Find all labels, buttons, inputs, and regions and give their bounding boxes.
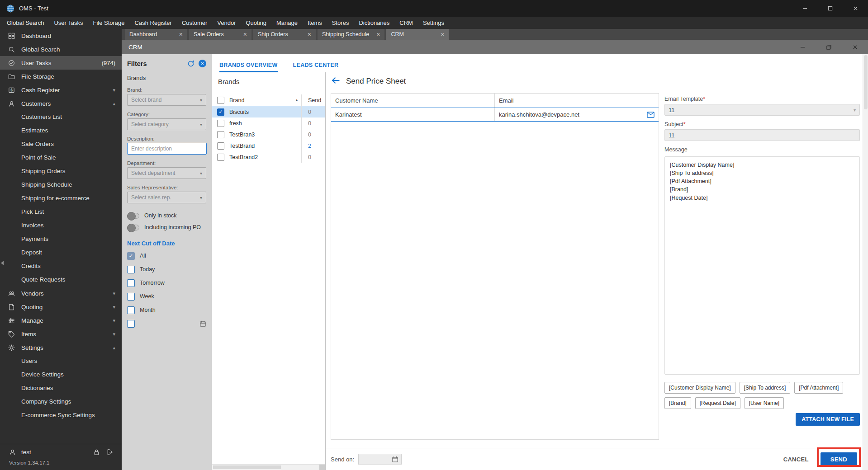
email-icon[interactable] xyxy=(647,112,655,118)
token-pdf-attachment[interactable]: [Pdf Attachment] xyxy=(794,382,843,394)
select-all-checkbox[interactable] xyxy=(217,97,224,104)
restore-icon[interactable] xyxy=(816,40,842,54)
menu-vendor[interactable]: Vendor xyxy=(212,17,241,29)
sidebar-item-vendors[interactable]: Vendors xyxy=(0,287,122,300)
sidebar-item-deposit[interactable]: Deposit xyxy=(0,246,122,259)
sidebar-item-payments[interactable]: Payments xyxy=(0,232,122,246)
sidebar-item-customers-list[interactable]: Customers List xyxy=(0,110,122,124)
logout-icon[interactable] xyxy=(107,449,114,456)
sidebar-item-shipping-schedule[interactable]: Shipping Schedule xyxy=(0,178,122,192)
checkbox-icon[interactable] xyxy=(217,142,224,150)
cutoff-option-month[interactable]: Month xyxy=(127,306,206,315)
token-customer-display-name[interactable]: [Customer Display Name] xyxy=(664,382,735,394)
tab-dashboard[interactable]: Dashboard xyxy=(125,29,187,40)
tab-close-icon[interactable] xyxy=(308,31,311,38)
sort-ascending-icon[interactable] xyxy=(295,98,299,102)
token-brand[interactable]: [Brand] xyxy=(664,397,691,409)
back-arrow-icon[interactable] xyxy=(331,76,340,87)
checkbox-icon[interactable] xyxy=(217,154,224,161)
sidebar-item-sale-orders[interactable]: Sale Orders xyxy=(0,137,122,151)
sidebar-item-device-settings[interactable]: Device Settings xyxy=(0,368,122,381)
brand-row-biscuits[interactable]: Biscuits 0 xyxy=(212,106,325,118)
menu-settings[interactable]: Settings xyxy=(418,17,449,29)
cutoff-option-today[interactable]: Today xyxy=(127,265,206,274)
message-textarea[interactable]: [Customer Display Name] [Ship To address… xyxy=(664,156,860,375)
sidebar-item-company-settings[interactable]: Company Settings xyxy=(0,395,122,409)
sidebar-item-users[interactable]: Users xyxy=(0,354,122,368)
checkbox-icon[interactable] xyxy=(217,120,224,127)
menu-cash-register[interactable]: Cash Register xyxy=(130,17,177,29)
cutoff-option-week[interactable]: Week xyxy=(127,292,206,301)
menu-manage[interactable]: Manage xyxy=(271,17,303,29)
department-select[interactable]: Select department xyxy=(127,167,206,179)
close-icon[interactable] xyxy=(842,40,868,54)
column-header-email[interactable]: Email xyxy=(495,94,659,108)
token-request-date[interactable]: [Request Date] xyxy=(695,397,740,409)
sidebar-item-invoices[interactable]: Invoices xyxy=(0,219,122,232)
sidebar-item-shipping-orders[interactable]: Shipping Orders xyxy=(0,164,122,178)
cutoff-option-all[interactable]: All xyxy=(127,251,206,260)
token-user-name[interactable]: [User Name] xyxy=(745,397,784,409)
scrollbar-thumb[interactable] xyxy=(864,55,868,109)
calendar-icon[interactable] xyxy=(199,320,206,327)
sidebar-item-credits[interactable]: Credits xyxy=(0,259,122,273)
cutoff-option-tomorrow[interactable]: Tomorrow xyxy=(127,278,206,287)
sidebar-item-global-search[interactable]: Global Search xyxy=(0,42,122,56)
token-ship-to-address[interactable]: [Ship To address] xyxy=(740,382,791,394)
brand-row-testbrand[interactable]: TestBrand 2 xyxy=(212,140,325,151)
sidebar-item-pick-list[interactable]: Pick List xyxy=(0,205,122,219)
menu-quoting[interactable]: Quoting xyxy=(241,17,271,29)
sidebar-item-dashboard[interactable]: Dashboard xyxy=(0,29,122,42)
sidebar-item-point-of-sale[interactable]: Point of Sale xyxy=(0,151,122,164)
menu-stores[interactable]: Stores xyxy=(327,17,354,29)
minimize-icon[interactable] xyxy=(792,0,817,17)
horizontal-scrollbar[interactable] xyxy=(212,464,325,470)
tab-close-icon[interactable] xyxy=(376,31,380,38)
tab-ship-orders[interactable]: Ship Orders xyxy=(253,29,316,40)
sidebar-item-settings[interactable]: Settings xyxy=(0,341,122,354)
tab-close-icon[interactable] xyxy=(441,31,444,38)
tab-close-icon[interactable] xyxy=(243,31,247,38)
sidebar-item-shipping-ecommerce[interactable]: Shipping for e-commerce xyxy=(0,192,122,205)
tab-brands-overview[interactable]: BRANDS OVERVIEW xyxy=(219,62,278,72)
menu-dictionaries[interactable]: Dictionaries xyxy=(354,17,394,29)
column-header-customer-name[interactable]: Customer Name xyxy=(331,94,495,108)
tab-close-icon[interactable] xyxy=(179,31,183,38)
menu-global-search[interactable]: Global Search xyxy=(2,17,49,29)
sidebar-item-user-tasks[interactable]: User Tasks (974) xyxy=(0,56,122,70)
minimize-icon[interactable] xyxy=(789,40,816,54)
scrollbar-thumb[interactable] xyxy=(213,465,281,469)
sidebar-item-items[interactable]: Items xyxy=(0,327,122,341)
only-in-stock-toggle[interactable]: Only in stock xyxy=(127,212,206,219)
menu-crm[interactable]: CRM xyxy=(394,17,418,29)
menu-items[interactable]: Items xyxy=(303,17,327,29)
column-header-brand[interactable]: Brand xyxy=(229,97,244,103)
column-header-send[interactable]: Send xyxy=(301,94,325,106)
sidebar-collapse-handle[interactable] xyxy=(1,261,4,265)
send-on-date-input[interactable] xyxy=(358,454,402,465)
email-template-select[interactable]: 11 xyxy=(664,104,860,116)
sidebar-item-quote-requests[interactable]: Quote Requests xyxy=(0,273,122,287)
menu-file-storage[interactable]: File Storage xyxy=(88,17,129,29)
lock-icon[interactable] xyxy=(93,449,100,456)
refresh-icon[interactable] xyxy=(187,60,194,67)
tab-sale-orders[interactable]: Sale Orders xyxy=(189,29,251,40)
subject-field[interactable]: 11 xyxy=(664,129,860,141)
maximize-icon[interactable] xyxy=(817,0,843,17)
menu-user-tasks[interactable]: User Tasks xyxy=(49,17,88,29)
sidebar-item-customers[interactable]: Customers xyxy=(0,97,122,110)
checkbox-icon[interactable] xyxy=(217,131,224,138)
sidebar-item-estimates[interactable]: Estimates xyxy=(0,124,122,137)
cancel-button[interactable]: CANCEL xyxy=(777,452,815,466)
menu-customer[interactable]: Customer xyxy=(177,17,212,29)
attach-new-file-button[interactable]: ATTACH NEW FILE xyxy=(796,413,860,426)
cutoff-option-custom-date[interactable] xyxy=(127,319,206,328)
tab-crm[interactable]: CRM xyxy=(386,29,449,40)
sidebar-item-dictionaries[interactable]: Dictionaries xyxy=(0,381,122,395)
clear-filters-icon[interactable] xyxy=(199,60,206,67)
brand-row-testbrand2[interactable]: TestBrand2 0 xyxy=(212,151,325,163)
tab-leads-center[interactable]: LEADS CENTER xyxy=(293,62,339,72)
checkbox-checked-icon[interactable] xyxy=(217,108,224,116)
sidebar-item-file-storage[interactable]: File Storage xyxy=(0,70,122,83)
brand-row-testbran3[interactable]: TestBran3 0 xyxy=(212,129,325,140)
